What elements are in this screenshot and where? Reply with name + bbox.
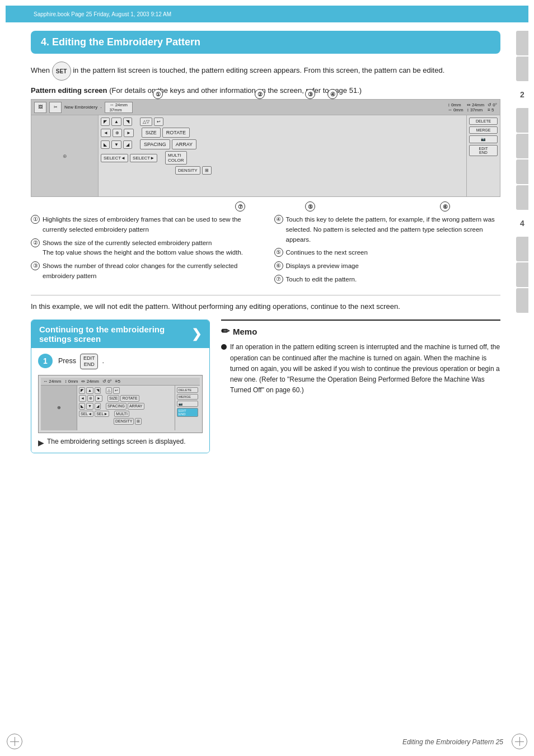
btn-delete[interactable]: DELETE (469, 118, 498, 125)
center-btns-row: ◄ ⊕ ► SIZE ROTATE (101, 128, 464, 138)
btn-arrow-dr[interactable]: ◢ (123, 140, 132, 149)
corner-bl (7, 734, 22, 749)
btn-select-prev[interactable]: SELECT◄ (101, 154, 128, 162)
callout-item-2: ② Shows the size of the currently select… (31, 238, 257, 259)
separator (31, 295, 500, 295)
mini-array: ARRAY (128, 403, 144, 410)
callout-num-1: ① (31, 215, 40, 224)
btn-spacing[interactable]: SPACING (140, 139, 170, 149)
step-1-num: 1 (38, 354, 53, 368)
btn-undo[interactable]: ↩ (154, 118, 163, 126)
screen-label: Pattern editing screen (For details on t… (31, 86, 500, 95)
callout-text-6: Displays a preview image (286, 261, 359, 271)
mini-spacing: SPACING (106, 403, 127, 410)
mini-down: ▼ (86, 403, 93, 410)
continuing-body: 1 Press EDITEND . ↔ 24mm ↕ 0mm ⇔ 24mm (31, 348, 209, 453)
mini-rotate: ROTATE (120, 395, 139, 402)
continuing-box: Continuing to the embroidering settings … (31, 320, 210, 453)
mini-row-4: SEL◄ SEL► MULTI (79, 411, 173, 417)
vtab-4 (516, 134, 528, 158)
continuing-section: Continuing to the embroidering settings … (31, 320, 210, 459)
intro-paragraph: When SET in the pattern list screen is t… (31, 62, 500, 81)
screen-cursor: · (100, 105, 102, 110)
btn-select-next[interactable]: SELECT► (130, 154, 157, 162)
memo-heading: Memo (233, 327, 257, 336)
btn-multicolor[interactable]: MULTICOLOR (165, 151, 186, 165)
btn-array[interactable]: ARRAY (172, 139, 196, 149)
arrow-icon: ▶ (38, 438, 44, 447)
continuing-title: Continuing to the embroidering settings … (39, 325, 185, 344)
mini-ul: ◤ (79, 387, 85, 394)
mini-screen-display: ↔ 24mm ↕ 0mm ⇔ 24mm ↺ 0° ≡5 ⊕ ◤ ▲ (38, 375, 203, 433)
btn-density[interactable]: DENSITY (175, 166, 200, 175)
mini-dl: ◣ (79, 403, 85, 410)
mini-row-3: ◣ ▼ ◢ SPACING ARRAY (79, 403, 173, 410)
vtab-5 (516, 159, 528, 184)
memo-bullet-text: If an operation in the pattern editing s… (230, 342, 500, 396)
callout-item-1: ① Highlights the sizes of embroidery fra… (31, 215, 257, 235)
two-column-section: Continuing to the embroidering settings … (31, 320, 500, 459)
screen-resize-icon: ↔ 24mm37mm (105, 102, 133, 113)
mini-undo: ↩ (113, 387, 120, 394)
set-button-icon: SET (52, 62, 71, 81)
btn-merge[interactable]: MERGE (469, 126, 498, 134)
mini-size: SIZE (107, 395, 120, 402)
bottom-arrow-row: ◣ ▼ ◢ SPACING ARRAY (101, 139, 464, 149)
btn-arrow-ur[interactable]: ◥ (123, 118, 132, 126)
btn-arrow-dl[interactable]: ◣ (101, 140, 110, 149)
btn-sewing[interactable]: ⊞ (202, 166, 212, 175)
mini-right: ► (95, 395, 102, 402)
memo-box: ✏ Memo If an operation in the pattern ed… (221, 320, 500, 396)
vtab-chapter-2: 2 (516, 82, 528, 107)
mini-sew: ⊞ (135, 418, 142, 425)
callout-text-1: Highlights the sizes of embroidery frame… (43, 215, 257, 235)
vtab-8 (516, 262, 528, 287)
screen-breadcrumb: New Embroidery (64, 105, 97, 110)
mini-preview: △ (106, 387, 112, 394)
btn-center[interactable]: ⊕ (113, 129, 122, 137)
btn-arrow-right[interactable]: ► (124, 129, 134, 137)
section-title: 4. Editing the Embroidery Pattern (41, 36, 200, 48)
btn-rotate[interactable]: ROTATE (162, 128, 190, 138)
callout-7: ⑦ (235, 201, 245, 212)
memo-pencil-icon: ✏ (221, 325, 229, 337)
dim-angle: ↺ 0°≡ 5 (488, 102, 497, 112)
edit-end-button-inline: EDITEND (80, 354, 99, 369)
select-row: SELECT◄ SELECT► MULTICOLOR (101, 151, 464, 165)
screen-canvas-area: ⊕ (31, 115, 99, 196)
mini-edit-end: EDITEND (177, 408, 198, 417)
btn-arrow-down[interactable]: ▼ (111, 140, 121, 149)
mini-canvas: ⊕ (41, 386, 77, 430)
mini-ctr: ⊕ (87, 395, 94, 402)
callout-item-6: ⑥ Displays a preview image (274, 261, 501, 271)
btn-size[interactable]: SIZE (142, 128, 161, 138)
memo-bullet-row: If an operation in the pattern editing s… (221, 342, 500, 396)
vtab-9 (516, 288, 528, 313)
callout-num-2: ② (31, 238, 40, 247)
btn-edit-end[interactable]: EDITEND (469, 145, 498, 156)
callout-num-5: ⑤ (274, 248, 283, 257)
vtab-2 (516, 57, 528, 81)
screen-body: ⊕ ◤ ▲ ◥ △▽ ↩ ◄ ⊕ ► (31, 115, 500, 196)
memo-title-row: ✏ Memo (221, 325, 500, 337)
mini-row-1: ◤ ▲ ◥ △ ↩ (79, 387, 173, 394)
screen-icon-nav: ✂ (49, 102, 62, 113)
step-1-content: Press EDITEND . (58, 354, 203, 369)
btn-camera[interactable]: 📷 (469, 135, 498, 143)
btn-preview[interactable]: △▽ (140, 118, 152, 126)
callout-left-col: ① Highlights the sizes of embroidery fra… (31, 215, 257, 288)
btn-arrow-left[interactable]: ◄ (101, 129, 111, 137)
mini-sel1: SEL◄ (79, 411, 93, 417)
mini-dr: ◢ (95, 403, 101, 410)
callout-2: ② (255, 89, 265, 99)
main-content: 4. Editing the Embroidery Pattern When S… (31, 31, 500, 734)
memo-content: If an operation in the pattern editing s… (221, 342, 500, 396)
btn-arrow-ul[interactable]: ◤ (101, 118, 110, 126)
mini-screen-topbar: ↔ 24mm ↕ 0mm ⇔ 24mm ↺ 0° ≡5 (41, 378, 200, 386)
btn-arrow-up[interactable]: ▲ (111, 118, 121, 126)
callout-item-7: ⑦ Touch to edit the pattern. (274, 275, 501, 285)
vtab-7 (516, 237, 528, 261)
vtab-chapter-4: 4 (516, 211, 528, 236)
screen-side-buttons: DELETE MERGE 📷 EDITEND (466, 115, 500, 196)
vtab-3 (516, 108, 528, 133)
